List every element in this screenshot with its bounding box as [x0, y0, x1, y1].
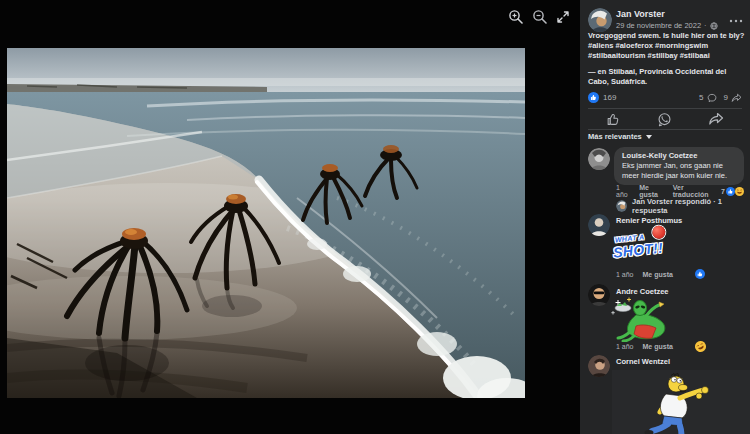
facebook-photo-viewer: Jan Vorster 29 de noviembre de 2022 · Vr… [0, 0, 750, 434]
zoom-out-button[interactable] [531, 8, 549, 26]
magnifier-plus-icon [507, 8, 525, 26]
rofl-emoji-icon [695, 341, 706, 352]
post-text: Vroegoggend swem. Is hulle hier om te bl… [588, 31, 747, 41]
post-timestamp[interactable]: 29 de noviembre de 2022 · [616, 21, 718, 30]
comment-reactions-pill[interactable] [696, 341, 706, 352]
post-panel: Jan Vorster 29 de noviembre de 2022 · Vr… [580, 0, 750, 434]
comment-author[interactable]: Cornel Wentzel [616, 357, 670, 366]
photo-viewer-panel [0, 0, 580, 434]
expand-arrows-icon [554, 8, 572, 26]
comment-translate-action[interactable]: Ver traducción [673, 184, 712, 198]
comment-footer: 1 año Me gusta [616, 341, 706, 352]
divider [588, 129, 742, 130]
comment-like-action[interactable]: Me gusta [639, 184, 664, 198]
post-location[interactable]: — en Stilbaai, Provincia Occidental del … [588, 67, 747, 87]
haha-emoji-icon [735, 187, 744, 196]
chevron-down-icon [646, 135, 652, 139]
like-badge-icon [695, 269, 705, 279]
comment-footer: 1 año Me gusta Ver traducción 7 [616, 184, 744, 198]
comment-reply-row[interactable]: Jan Vorster respondió · 1 respuesta [616, 197, 750, 215]
post-hashtags[interactable]: #aliens #aloeferox #morningswim #stilbaa… [588, 41, 747, 61]
comment-bubble: Louise-Kelly Coetzee Eks jammer Jan, ons… [614, 147, 744, 185]
comment-footer: 1 año Me gusta [616, 269, 705, 279]
comment-reactions-pill[interactable] [696, 269, 705, 279]
beach-photo [7, 48, 525, 398]
comment-time[interactable]: 1 año [616, 343, 634, 350]
share-arrow-icon [708, 112, 724, 126]
reactions-summary: 169 5 9 [588, 92, 742, 103]
divider [588, 108, 742, 109]
thumb-up-icon [606, 112, 621, 127]
reply-author-avatar [616, 200, 627, 212]
ellipsis-icon [729, 18, 743, 24]
share-count[interactable]: 9 [724, 93, 728, 102]
what-a-shot-sticker: WHAT A SHOT!! [608, 223, 688, 275]
comment-author[interactable]: Louise-Kelly Coetzee [622, 151, 736, 160]
comment-time[interactable]: 1 año [616, 184, 630, 198]
share-count-icon[interactable] [731, 93, 742, 103]
expand-button[interactable] [554, 8, 572, 26]
reaction-count[interactable]: 169 [603, 93, 616, 102]
post-author-avatar[interactable] [588, 8, 612, 32]
whatsapp-button[interactable] [657, 112, 672, 127]
comment-text: Eks jammer Jan, ons gaan nie meer hierdi… [622, 161, 736, 180]
post-menu-button[interactable] [729, 10, 743, 28]
comment-bubble-icon[interactable] [707, 93, 717, 103]
post-actions [588, 110, 742, 128]
homer-simpson-running-gif [612, 370, 750, 434]
magnifier-minus-icon [531, 8, 549, 26]
red-ball-icon [652, 225, 666, 239]
zoom-in-button[interactable] [507, 8, 525, 26]
share-button[interactable] [708, 112, 724, 127]
comment-sort-dropdown[interactable]: Más relevantes [588, 132, 652, 141]
comment-reactions-pill[interactable]: 7 [721, 187, 744, 196]
comment-count[interactable]: 5 [699, 93, 703, 102]
alien-lounging-sticker [610, 296, 674, 346]
comment-like-action[interactable]: Me gusta [643, 271, 673, 278]
post-body: Vroegoggend swem. Is hulle hier om te bl… [588, 31, 747, 87]
globe-icon [710, 22, 718, 30]
comment-time[interactable]: 1 año [616, 271, 634, 278]
comment-author[interactable]: Andre Coetzee [616, 287, 669, 296]
post-author-name[interactable]: Jan Vorster [616, 9, 665, 19]
comment-avatar[interactable] [588, 284, 610, 306]
like-badge-icon[interactable] [588, 92, 599, 103]
like-badge-icon [726, 187, 735, 196]
comment-avatar[interactable] [588, 355, 610, 377]
comment-avatar[interactable] [588, 214, 610, 236]
comment-avatar[interactable] [588, 148, 610, 170]
whatsapp-icon [657, 112, 672, 127]
reply-summary: Jan Vorster respondió · 1 respuesta [632, 197, 750, 215]
comment-like-action[interactable]: Me gusta [643, 343, 673, 350]
like-button[interactable] [606, 112, 621, 127]
